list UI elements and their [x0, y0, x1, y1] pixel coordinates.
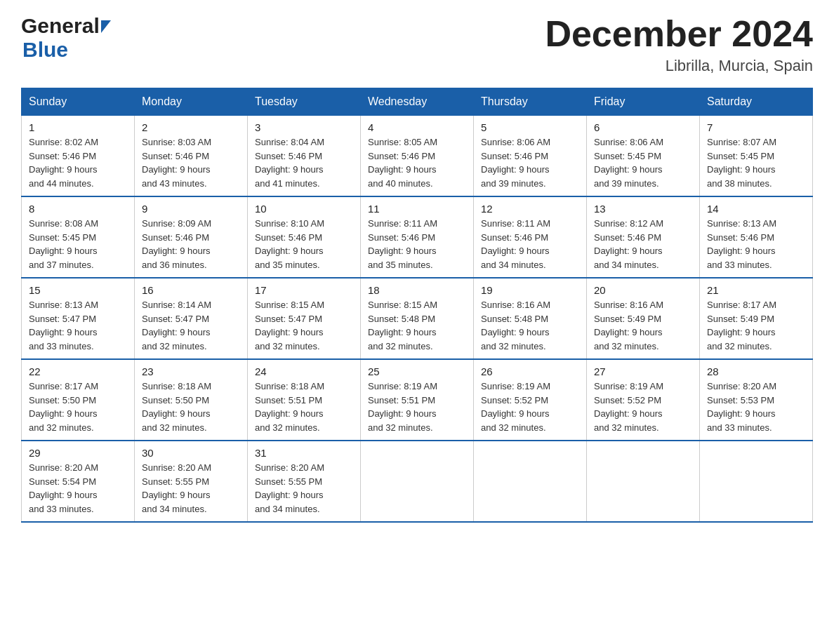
day-cell: 27 Sunrise: 8:19 AM Sunset: 5:52 PM Dayl…	[587, 359, 700, 441]
day-cell: 19 Sunrise: 8:16 AM Sunset: 5:48 PM Dayl…	[474, 278, 587, 359]
day-info: Sunrise: 8:02 AM Sunset: 5:46 PM Dayligh…	[29, 135, 127, 190]
logo-blue: Blue	[22, 38, 68, 61]
column-header-saturday: Saturday	[700, 88, 813, 116]
day-number: 4	[368, 121, 466, 133]
day-info: Sunrise: 8:06 AM Sunset: 5:46 PM Dayligh…	[481, 135, 579, 190]
day-cell: 11 Sunrise: 8:11 AM Sunset: 5:46 PM Dayl…	[361, 196, 474, 278]
day-number: 8	[29, 203, 127, 215]
day-info: Sunrise: 8:18 AM Sunset: 5:51 PM Dayligh…	[255, 380, 353, 434]
day-cell: 14 Sunrise: 8:13 AM Sunset: 5:46 PM Dayl…	[700, 196, 813, 278]
day-info: Sunrise: 8:13 AM Sunset: 5:47 PM Dayligh…	[29, 298, 127, 353]
day-cell: 3 Sunrise: 8:04 AM Sunset: 5:46 PM Dayli…	[248, 116, 361, 197]
logo: General Blue	[21, 14, 111, 62]
day-info: Sunrise: 8:08 AM Sunset: 5:45 PM Dayligh…	[29, 217, 127, 271]
day-number: 15	[29, 284, 127, 296]
day-cell: 4 Sunrise: 8:05 AM Sunset: 5:46 PM Dayli…	[361, 116, 474, 197]
day-cell: 1 Sunrise: 8:02 AM Sunset: 5:46 PM Dayli…	[22, 116, 135, 197]
day-number: 19	[481, 284, 579, 296]
day-cell: 22 Sunrise: 8:17 AM Sunset: 5:50 PM Dayl…	[22, 359, 135, 441]
day-info: Sunrise: 8:15 AM Sunset: 5:48 PM Dayligh…	[368, 298, 466, 353]
day-number: 28	[707, 365, 805, 377]
day-info: Sunrise: 8:14 AM Sunset: 5:47 PM Dayligh…	[142, 298, 240, 353]
column-header-monday: Monday	[135, 88, 248, 116]
day-info: Sunrise: 8:04 AM Sunset: 5:46 PM Dayligh…	[255, 135, 353, 190]
column-header-thursday: Thursday	[474, 88, 587, 116]
day-number: 2	[142, 121, 240, 133]
day-number: 17	[255, 284, 353, 296]
day-info: Sunrise: 8:19 AM Sunset: 5:52 PM Dayligh…	[481, 380, 579, 434]
day-info: Sunrise: 8:06 AM Sunset: 5:45 PM Dayligh…	[594, 135, 692, 190]
day-cell: 23 Sunrise: 8:18 AM Sunset: 5:50 PM Dayl…	[135, 359, 248, 441]
day-number: 22	[29, 365, 127, 377]
day-number: 25	[368, 365, 466, 377]
day-number: 23	[142, 365, 240, 377]
day-cell: 16 Sunrise: 8:14 AM Sunset: 5:47 PM Dayl…	[135, 278, 248, 359]
week-row-4: 22 Sunrise: 8:17 AM Sunset: 5:50 PM Dayl…	[22, 359, 813, 441]
day-number: 7	[707, 121, 805, 133]
day-cell: 24 Sunrise: 8:18 AM Sunset: 5:51 PM Dayl…	[248, 359, 361, 441]
day-cell: 25 Sunrise: 8:19 AM Sunset: 5:51 PM Dayl…	[361, 359, 474, 441]
calendar-header: SundayMondayTuesdayWednesdayThursdayFrid…	[22, 88, 813, 116]
day-info: Sunrise: 8:20 AM Sunset: 5:55 PM Dayligh…	[142, 461, 240, 516]
day-info: Sunrise: 8:20 AM Sunset: 5:55 PM Dayligh…	[255, 461, 353, 516]
day-info: Sunrise: 8:03 AM Sunset: 5:46 PM Dayligh…	[142, 135, 240, 190]
day-info: Sunrise: 8:19 AM Sunset: 5:52 PM Dayligh…	[594, 380, 692, 434]
day-cell: 12 Sunrise: 8:11 AM Sunset: 5:46 PM Dayl…	[474, 196, 587, 278]
day-number: 5	[481, 121, 579, 133]
day-number: 18	[368, 284, 466, 296]
day-info: Sunrise: 8:11 AM Sunset: 5:46 PM Dayligh…	[481, 217, 579, 271]
day-info: Sunrise: 8:18 AM Sunset: 5:50 PM Dayligh…	[142, 380, 240, 434]
day-number: 6	[594, 121, 692, 133]
day-cell: 8 Sunrise: 8:08 AM Sunset: 5:45 PM Dayli…	[22, 196, 135, 278]
day-cell: 29 Sunrise: 8:20 AM Sunset: 5:54 PM Dayl…	[22, 441, 135, 522]
day-info: Sunrise: 8:16 AM Sunset: 5:49 PM Dayligh…	[594, 298, 692, 353]
day-cell	[361, 441, 474, 522]
day-cell: 13 Sunrise: 8:12 AM Sunset: 5:46 PM Dayl…	[587, 196, 700, 278]
day-cell: 15 Sunrise: 8:13 AM Sunset: 5:47 PM Dayl…	[22, 278, 135, 359]
title-block: December 2024 Librilla, Murcia, Spain	[545, 14, 813, 75]
day-cell: 30 Sunrise: 8:20 AM Sunset: 5:55 PM Dayl…	[135, 441, 248, 522]
logo-general: General	[21, 14, 100, 38]
day-number: 16	[142, 284, 240, 296]
page-subtitle: Librilla, Murcia, Spain	[545, 57, 813, 75]
calendar-table: SundayMondayTuesdayWednesdayThursdayFrid…	[21, 88, 813, 523]
calendar-body: 1 Sunrise: 8:02 AM Sunset: 5:46 PM Dayli…	[22, 116, 813, 523]
day-number: 29	[29, 447, 127, 459]
day-info: Sunrise: 8:17 AM Sunset: 5:50 PM Dayligh…	[29, 380, 127, 434]
day-cell: 10 Sunrise: 8:10 AM Sunset: 5:46 PM Dayl…	[248, 196, 361, 278]
day-cell: 31 Sunrise: 8:20 AM Sunset: 5:55 PM Dayl…	[248, 441, 361, 522]
day-info: Sunrise: 8:11 AM Sunset: 5:46 PM Dayligh…	[368, 217, 466, 271]
day-number: 14	[707, 203, 805, 215]
day-info: Sunrise: 8:15 AM Sunset: 5:47 PM Dayligh…	[255, 298, 353, 353]
day-cell	[700, 441, 813, 522]
day-info: Sunrise: 8:19 AM Sunset: 5:51 PM Dayligh…	[368, 380, 466, 434]
day-cell: 7 Sunrise: 8:07 AM Sunset: 5:45 PM Dayli…	[700, 116, 813, 197]
day-number: 10	[255, 203, 353, 215]
day-info: Sunrise: 8:07 AM Sunset: 5:45 PM Dayligh…	[707, 135, 805, 190]
logo-arrow-icon	[101, 20, 111, 33]
day-info: Sunrise: 8:05 AM Sunset: 5:46 PM Dayligh…	[368, 135, 466, 190]
column-header-sunday: Sunday	[22, 88, 135, 116]
week-row-5: 29 Sunrise: 8:20 AM Sunset: 5:54 PM Dayl…	[22, 441, 813, 522]
day-info: Sunrise: 8:20 AM Sunset: 5:53 PM Dayligh…	[707, 380, 805, 434]
day-number: 24	[255, 365, 353, 377]
week-row-2: 8 Sunrise: 8:08 AM Sunset: 5:45 PM Dayli…	[22, 196, 813, 278]
day-info: Sunrise: 8:20 AM Sunset: 5:54 PM Dayligh…	[29, 461, 127, 516]
day-info: Sunrise: 8:09 AM Sunset: 5:46 PM Dayligh…	[142, 217, 240, 271]
day-number: 31	[255, 447, 353, 459]
day-cell: 28 Sunrise: 8:20 AM Sunset: 5:53 PM Dayl…	[700, 359, 813, 441]
week-row-1: 1 Sunrise: 8:02 AM Sunset: 5:46 PM Dayli…	[22, 116, 813, 197]
day-cell: 21 Sunrise: 8:17 AM Sunset: 5:49 PM Dayl…	[700, 278, 813, 359]
day-number: 13	[594, 203, 692, 215]
day-cell: 6 Sunrise: 8:06 AM Sunset: 5:45 PM Dayli…	[587, 116, 700, 197]
day-number: 27	[594, 365, 692, 377]
day-info: Sunrise: 8:16 AM Sunset: 5:48 PM Dayligh…	[481, 298, 579, 353]
day-cell: 17 Sunrise: 8:15 AM Sunset: 5:47 PM Dayl…	[248, 278, 361, 359]
column-header-wednesday: Wednesday	[361, 88, 474, 116]
column-header-tuesday: Tuesday	[248, 88, 361, 116]
day-number: 11	[368, 203, 466, 215]
day-info: Sunrise: 8:10 AM Sunset: 5:46 PM Dayligh…	[255, 217, 353, 271]
day-cell: 18 Sunrise: 8:15 AM Sunset: 5:48 PM Dayl…	[361, 278, 474, 359]
day-number: 30	[142, 447, 240, 459]
page-title: December 2024	[545, 14, 813, 54]
